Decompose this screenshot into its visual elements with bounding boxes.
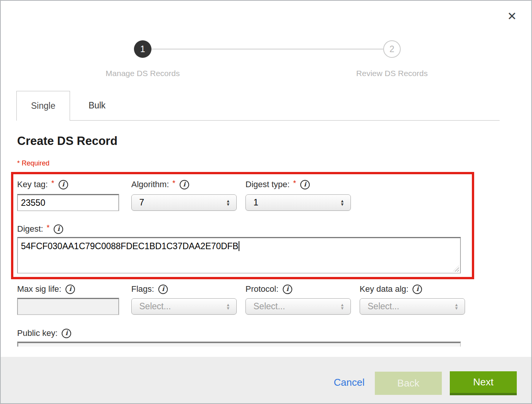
info-icon[interactable]: i bbox=[54, 224, 63, 234]
stepper-step-2-circle: 2 bbox=[383, 40, 401, 58]
digest-type-label-text: Digest type: bbox=[245, 180, 290, 189]
info-icon-glyph: i bbox=[183, 181, 185, 188]
key-tag-label-text: Key tag: bbox=[17, 180, 48, 189]
info-icon-glyph: i bbox=[304, 181, 306, 188]
max-sig-life-label: Max sig life: i bbox=[17, 284, 75, 294]
key-data-alg-label-text: Key data alg: bbox=[360, 284, 408, 294]
info-icon-glyph: i bbox=[65, 330, 68, 336]
next-button[interactable]: Next bbox=[450, 371, 517, 395]
close-icon[interactable]: ✕ bbox=[507, 11, 517, 22]
required-asterisk: * bbox=[172, 179, 175, 188]
info-icon-glyph: i bbox=[162, 286, 164, 292]
digest-value: 54FCF030AA1C79C0088FDEC1BD1C37DAA2E70DFB bbox=[21, 241, 238, 251]
info-icon[interactable]: i bbox=[59, 180, 68, 189]
tab-bulk[interactable]: Bulk bbox=[70, 91, 124, 119]
back-button[interactable]: Back bbox=[375, 372, 442, 395]
info-icon[interactable]: i bbox=[413, 285, 422, 294]
flags-select-value: Select... bbox=[139, 301, 171, 312]
select-arrows-icon: ▲▼ bbox=[226, 303, 230, 310]
digest-type-select[interactable]: 1 ▲▼ bbox=[245, 194, 351, 211]
required-asterisk: * bbox=[51, 179, 54, 188]
flags-label-text: Flags: bbox=[131, 284, 154, 294]
stepper-step-1-label: Manage DS Records bbox=[86, 69, 200, 78]
tab-single[interactable]: Single bbox=[16, 91, 70, 121]
protocol-label-text: Protocol: bbox=[245, 284, 279, 294]
key-tag-input[interactable] bbox=[17, 194, 119, 211]
key-data-alg-label: Key data alg: i bbox=[360, 284, 422, 294]
info-icon-glyph: i bbox=[62, 181, 64, 188]
create-ds-record-modal: ✕ 1 2 Manage DS Records Review DS Record… bbox=[0, 0, 532, 404]
public-key-textarea[interactable] bbox=[17, 342, 461, 347]
stepper-step-1-circle: 1 bbox=[134, 40, 151, 58]
public-key-label-text: Public key: bbox=[17, 328, 57, 338]
select-arrows-icon: ▲▼ bbox=[226, 199, 230, 206]
algorithm-label: Algorithm: * i bbox=[131, 179, 189, 190]
key-data-alg-select[interactable]: Select... ▲▼ bbox=[360, 298, 465, 315]
info-icon-glyph: i bbox=[416, 286, 419, 292]
algorithm-select-value: 7 bbox=[139, 197, 144, 208]
digest-type-label: Digest type: * i bbox=[245, 179, 310, 190]
flags-select[interactable]: Select... ▲▼ bbox=[131, 298, 237, 315]
digest-label-text: Digest: bbox=[17, 224, 43, 234]
flags-label: Flags: i bbox=[131, 284, 168, 294]
digest-type-select-value: 1 bbox=[253, 197, 258, 208]
select-arrows-icon: ▲▼ bbox=[340, 303, 344, 310]
stepper-step-2-label: Review DS Records bbox=[335, 69, 449, 78]
select-arrows-icon: ▲▼ bbox=[454, 303, 459, 310]
public-key-label: Public key: i bbox=[17, 328, 71, 339]
select-arrows-icon: ▲▼ bbox=[340, 199, 344, 206]
protocol-label: Protocol: i bbox=[245, 284, 292, 294]
protocol-select[interactable]: Select... ▲▼ bbox=[245, 298, 351, 315]
key-data-alg-select-value: Select... bbox=[368, 301, 399, 312]
resize-handle-icon[interactable] bbox=[453, 266, 459, 272]
info-icon[interactable]: i bbox=[180, 180, 189, 189]
algorithm-label-text: Algorithm: bbox=[131, 180, 169, 189]
key-tag-label: Key tag: * i bbox=[17, 179, 68, 190]
info-icon[interactable]: i bbox=[283, 285, 292, 294]
stepper-connector bbox=[151, 49, 383, 49]
info-icon[interactable]: i bbox=[65, 285, 75, 294]
required-asterisk: * bbox=[293, 179, 296, 188]
protocol-select-value: Select... bbox=[253, 301, 285, 312]
info-icon-glyph: i bbox=[57, 226, 60, 232]
max-sig-life-label-text: Max sig life: bbox=[17, 284, 61, 294]
info-icon-glyph: i bbox=[69, 286, 72, 292]
info-icon[interactable]: i bbox=[158, 285, 168, 294]
info-icon[interactable]: i bbox=[62, 329, 71, 338]
tab-divider bbox=[70, 120, 500, 121]
page-title: Create DS Record bbox=[17, 134, 118, 148]
max-sig-life-input[interactable] bbox=[17, 298, 119, 315]
algorithm-select[interactable]: 7 ▲▼ bbox=[131, 194, 237, 211]
required-asterisk: * bbox=[46, 223, 49, 232]
cancel-link[interactable]: Cancel bbox=[334, 377, 365, 388]
text-caret bbox=[239, 241, 239, 251]
info-icon-glyph: i bbox=[286, 286, 288, 292]
info-icon[interactable]: i bbox=[300, 180, 310, 189]
required-note: * Required bbox=[17, 159, 49, 167]
digest-label: Digest: * i bbox=[17, 224, 63, 234]
digest-textarea[interactable]: 54FCF030AA1C79C0088FDEC1BD1C37DAA2E70DFB bbox=[17, 237, 461, 274]
